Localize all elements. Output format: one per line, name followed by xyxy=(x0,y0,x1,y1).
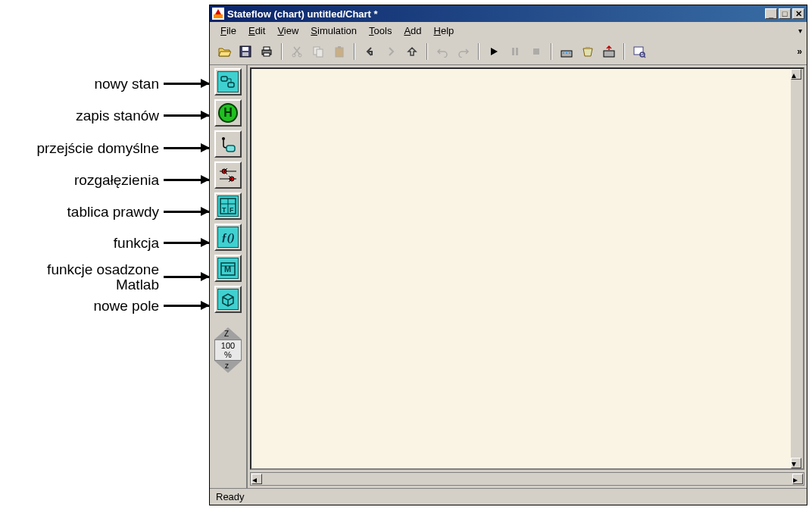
zoom-level[interactable]: 100 % xyxy=(214,339,242,361)
svg-rect-26 xyxy=(226,145,235,152)
maximize-button[interactable]: □ xyxy=(779,8,791,19)
toolbar-overflow-icon[interactable]: » xyxy=(797,46,802,57)
svg-rect-0 xyxy=(214,14,223,18)
annotation-label: tablica prawdy xyxy=(67,205,159,220)
print-button[interactable] xyxy=(257,42,276,61)
arrow-icon xyxy=(164,179,209,181)
annotation: zapis stanów xyxy=(0,108,209,124)
arrow-icon xyxy=(164,242,209,244)
svg-rect-11 xyxy=(336,48,343,57)
annotation: funkcja xyxy=(0,236,209,251)
annotation-label: rozgałęzienia xyxy=(74,173,159,188)
vertical-scrollbar[interactable]: ▴ ▾ xyxy=(791,69,803,468)
minimize-button[interactable]: _ xyxy=(765,8,777,19)
redo-button[interactable] xyxy=(454,42,473,61)
explorer-button[interactable] xyxy=(629,42,649,61)
rebuild-button[interactable] xyxy=(599,42,619,61)
annotation-label: przejście domyślne xyxy=(36,141,159,156)
build-button[interactable] xyxy=(557,42,576,61)
svg-rect-12 xyxy=(338,46,341,48)
horizontal-scrollbar[interactable]: ◂ ▸ xyxy=(250,472,804,486)
svg-rect-2 xyxy=(242,47,248,51)
toolbar-separator xyxy=(426,43,428,60)
annotation-label: funkcja xyxy=(114,236,159,251)
scroll-right-icon[interactable]: ▸ xyxy=(792,474,803,484)
svg-rect-24 xyxy=(228,83,234,87)
menu-tools[interactable]: Tools xyxy=(363,24,398,37)
cut-button[interactable] xyxy=(287,42,307,61)
menu-simulation[interactable]: Simulation xyxy=(304,24,363,37)
workspace: H TF ƒ() M 100 % ▴ ▾ ◂ ▸ xyxy=(210,64,807,488)
window-controls: _ □ ✕ xyxy=(765,8,804,19)
paste-button[interactable] xyxy=(329,42,349,61)
toolbar-separator xyxy=(354,43,355,60)
toolbar-separator xyxy=(281,43,283,60)
open-button[interactable] xyxy=(214,42,234,61)
zoom-control: 100 % xyxy=(213,327,243,373)
toolbar-separator xyxy=(551,43,552,60)
state-tool[interactable] xyxy=(214,68,242,95)
up-button[interactable] xyxy=(402,42,422,61)
stateflow-window: Stateflow (chart) untitled/Chart * _ □ ✕… xyxy=(209,5,807,505)
menubar: File Edit View Simulation Tools Add Help… xyxy=(210,22,807,39)
pause-button[interactable] xyxy=(505,42,525,61)
svg-point-25 xyxy=(222,137,225,140)
svg-rect-14 xyxy=(516,48,518,55)
annotation-label: nowy stan xyxy=(94,77,159,92)
box-tool[interactable] xyxy=(214,286,242,313)
undo-button[interactable] xyxy=(433,42,452,61)
arrow-icon xyxy=(164,276,209,278)
window-title: Stateflow (chart) untitled/Chart * xyxy=(227,8,765,20)
close-button[interactable]: ✕ xyxy=(792,8,804,19)
default-transition-tool[interactable] xyxy=(214,130,242,158)
forward-button[interactable] xyxy=(381,42,401,61)
embedded-matlab-tool[interactable]: M xyxy=(214,255,242,282)
copy-button[interactable] xyxy=(308,42,328,61)
arrow-icon xyxy=(164,147,209,149)
truth-table-tool[interactable]: TF xyxy=(214,192,242,220)
svg-text:T: T xyxy=(222,206,226,214)
menu-add[interactable]: Add xyxy=(398,24,427,37)
titlebar: Stateflow (chart) untitled/Chart * _ □ ✕ xyxy=(210,5,807,22)
history-tool[interactable]: H xyxy=(214,99,242,127)
annotation: nowy stan xyxy=(0,77,209,92)
toolbar-separator xyxy=(623,43,625,60)
zoom-in-button[interactable] xyxy=(214,327,242,339)
svg-text:F: F xyxy=(230,206,234,214)
scroll-up-icon[interactable]: ▴ xyxy=(791,69,801,80)
menu-help[interactable]: Help xyxy=(428,24,461,37)
app-icon xyxy=(212,8,224,20)
annotation: funkcje osadzoneMatlab xyxy=(0,262,209,293)
chart-canvas[interactable]: ▴ ▾ xyxy=(250,67,804,470)
menu-overflow-icon[interactable]: ▾ xyxy=(798,27,802,35)
menu-file[interactable]: File xyxy=(214,24,242,37)
function-tool[interactable]: ƒ() xyxy=(214,224,242,251)
zoom-out-button[interactable] xyxy=(214,361,242,373)
menu-edit[interactable]: Edit xyxy=(242,24,271,37)
annotation: nowe pole xyxy=(0,299,209,314)
scroll-down-icon[interactable]: ▾ xyxy=(791,458,801,468)
svg-rect-21 xyxy=(634,47,643,55)
arrow-icon xyxy=(164,83,209,85)
svg-rect-10 xyxy=(317,49,323,57)
tool-palette: H TF ƒ() M 100 % xyxy=(210,65,248,488)
build-all-button[interactable] xyxy=(578,42,598,61)
annotation-label: funkcje osadzoneMatlab xyxy=(47,262,159,293)
toolbar-separator xyxy=(478,43,479,60)
svg-rect-20 xyxy=(604,51,614,57)
arrow-icon xyxy=(164,114,209,117)
toolbar: » xyxy=(210,39,807,64)
back-button[interactable] xyxy=(360,42,379,61)
annotation: tablica prawdy xyxy=(0,205,209,220)
start-button[interactable] xyxy=(484,42,504,61)
scroll-left-icon[interactable]: ◂ xyxy=(251,474,262,484)
canvas-area: ▴ ▾ ◂ ▸ xyxy=(248,65,807,488)
svg-rect-3 xyxy=(242,52,248,56)
annotation: przejście domyślne xyxy=(0,141,209,156)
menu-view[interactable]: View xyxy=(271,24,304,37)
junction-tool[interactable] xyxy=(214,161,242,189)
svg-rect-17 xyxy=(563,52,564,54)
statusbar: Ready xyxy=(210,488,807,505)
stop-button[interactable] xyxy=(526,42,546,61)
save-button[interactable] xyxy=(236,42,255,61)
